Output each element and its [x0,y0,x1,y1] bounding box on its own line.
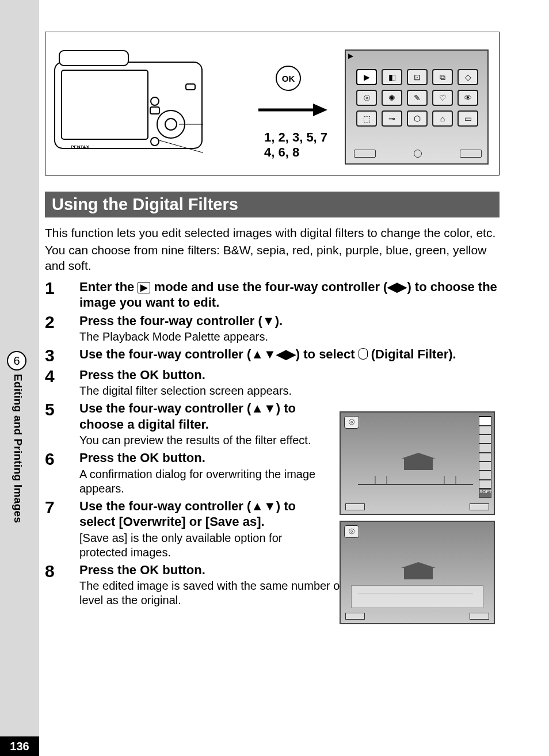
svg-rect-2 [62,70,148,139]
ok-label: OK [140,563,159,577]
chapter-number: 6 [7,351,26,371]
playback-mode-icon: ▶ [138,282,150,293]
palette-icon: ⌂ [432,110,453,127]
svg-point-4 [165,119,177,130]
palette-icon: ⬚ [356,110,377,127]
step-head: Use the four-way controller (▲▼) to sele… [79,498,321,530]
section-heading: Using the Digital Filters [45,192,500,217]
step-sub: [Save as] is the only available option f… [79,531,321,560]
svg-marker-23 [401,562,436,568]
svg-marker-16 [401,453,436,459]
step-number: 8 [45,562,79,608]
example-screens: ⦾ SOFT ⦾ [340,411,495,630]
svg-point-5 [151,97,159,105]
svg-rect-1 [59,51,128,66]
intro-text-2: You can choose from nine filters: B&W, s… [45,243,500,273]
step-sub: The digital filter selection screen appe… [79,384,321,398]
palette-icon: ✺ [382,90,402,106]
palette-icon: ⊡ [407,69,428,85]
step-number: 1 [45,279,79,311]
step-head: Press the four-way controller (▼). [79,313,500,329]
palette-screen: ▶ ▶ ◧ ⊡ ⧉ ◇ ⦾ ✺ ✎ ♡ 👁 ⬚ ⊸ ⬡ ⌂ ▭ [345,49,489,165]
step-sub: You can preview the results of the filte… [79,433,321,448]
svg-text:PENTAX: PENTAX [71,144,90,150]
svg-rect-22 [404,568,433,579]
step-sub: A confirmation dialog for overwriting th… [79,467,321,496]
ok-label: OK [140,450,159,465]
step-label-line1: 1, 2, 3, 5, 7 [264,130,327,145]
palette-icon: ✎ [407,90,428,106]
palette-icon: ⬡ [407,110,428,127]
palette-icon: ♡ [432,90,453,106]
palette-icon: ▶ [356,69,377,85]
side-tab: 6 Editing and Printing Images [0,351,30,523]
step-head: Use the four-way controller (▲▼◀▶) to se… [79,346,500,362]
playback-icon: ▶ [348,52,353,60]
arrow-icon [258,101,327,119]
confirm-screen: ⦾ [340,521,495,624]
ok-label: OK [140,368,159,382]
svg-marker-13 [313,104,327,116]
step-1: 1 Enter the ▶ mode and use the four-way … [45,279,500,311]
intro-text-1: This function lets you edit selected ima… [45,226,500,240]
page-number: 136 [0,736,39,756]
svg-rect-8 [186,84,195,90]
filter-icon: ⦾ [344,416,359,429]
svg-point-7 [151,138,159,146]
filter-scale: SOFT [479,416,491,498]
digital-filter-icon [359,348,368,360]
step-4: 4 Press the OK button. The digital filte… [45,367,500,399]
step-number: 7 [45,498,79,560]
step-label-line2: 4, 6, 8 [264,145,327,160]
filter-select-screen: ⦾ SOFT [340,411,495,515]
step-sub: The Playback Mode Palette appears. [79,330,500,344]
svg-rect-15 [404,459,433,470]
step-number: 6 [45,450,79,496]
chapter-title: Editing and Printing Images [12,374,24,523]
step-number: 5 [45,400,79,448]
step-number: 3 [45,346,79,365]
camera-illustration: PENTAX [54,49,203,159]
pier-illustration [358,453,473,493]
step-head: Enter the ▶ mode and use the four-way co… [79,279,500,311]
figure-step-labels: 1, 2, 3, 5, 7 4, 6, 8 [264,130,327,161]
step-head: Press the OK button. [79,450,321,466]
palette-icon: ⦾ [356,90,377,106]
confirm-dialog [351,585,483,608]
palette-icon: ◧ [382,69,402,85]
step-number: 4 [45,367,79,399]
soft-label: SOFT [479,488,491,498]
step-head: Press the OK button. [79,367,321,383]
svg-rect-6 [150,107,159,114]
palette-icon: ◇ [458,69,478,85]
figure-box: PENTAX OK 1, 2, 3, 5, 7 4, 6, 8 ▶ ▶ ◧ ⊡ … [45,32,500,175]
palette-icon: 👁 [458,90,478,106]
palette-icon: ⊸ [382,110,402,127]
step-2: 2 Press the four-way controller (▼). The… [45,313,500,345]
step-3: 3 Use the four-way controller (▲▼◀▶) to … [45,346,500,365]
filter-icon: ⦾ [344,525,359,538]
palette-icon: ▭ [458,110,478,127]
ok-button-icon: OK [276,66,301,91]
step-head: Use the four-way controller (▲▼) to choo… [79,400,321,432]
step-number: 2 [45,313,79,345]
palette-icon: ⧉ [432,69,453,85]
